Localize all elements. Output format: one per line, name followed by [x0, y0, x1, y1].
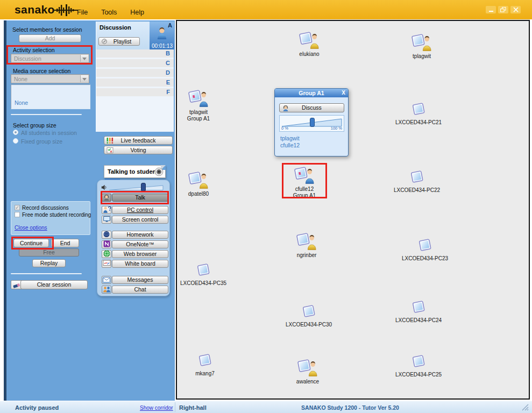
student-icon [188, 99, 209, 109]
media-source-select[interactable]: None [11, 74, 89, 83]
volume-slider-track[interactable] [109, 184, 164, 191]
group-row-a[interactable]: A 00:01:13 [150, 22, 174, 49]
group-balance-slider[interactable]: 0 % 100 % [279, 115, 344, 132]
student-tplagwit[interactable]: tplagwitGroup A1 [166, 89, 231, 122]
student-lxcoed434-pc25[interactable]: LXCOED434-PC25 [386, 353, 451, 378]
screen-control-icon-button[interactable] [102, 216, 111, 224]
student-lxcoed434-pc35[interactable]: LXCOED434-PC35 [171, 262, 236, 287]
group-row-e[interactable]: E [96, 79, 174, 87]
clear-session-button[interactable]: Clear session [20, 280, 88, 289]
group-row-d[interactable]: D [96, 69, 174, 77]
screen-control-button[interactable]: Screen control [112, 216, 168, 224]
free-mode-checkbox[interactable] [15, 212, 20, 217]
close-button[interactable] [510, 6, 521, 13]
continue-button[interactable]: Continue [13, 239, 49, 247]
web-browser-icon-button[interactable] [102, 250, 111, 258]
group-a1-window[interactable]: Group A1 X Discuss 0 % 100 % tplagwit cf… [274, 88, 349, 156]
voting-button[interactable]: Voting [104, 146, 173, 154]
computer-icon [412, 308, 426, 317]
student-name: tplagwit [166, 109, 231, 116]
web-browser-button[interactable]: Web browser [112, 250, 168, 258]
messages-icon-button[interactable] [102, 276, 111, 284]
minimize-button[interactable] [486, 6, 496, 13]
app-version: SANAKO Study 1200 - Tutor Ver 5.20 [176, 404, 524, 411]
student-lxcoed434-pc30[interactable]: LXCOED434-PC30 [276, 303, 341, 328]
group-member-list: tplagwit cfulle12 [280, 135, 300, 149]
student-lxcoed434-pc22[interactable]: LXCOED434-PC22 [385, 169, 449, 194]
group-member[interactable]: tplagwit [280, 135, 300, 142]
waveform-logo-icon [53, 4, 78, 18]
group-window-close-icon[interactable]: X [342, 89, 345, 97]
talking-to-students-label: Talking to students [108, 168, 161, 175]
student-tplagwit[interactable]: tplagwit [389, 33, 454, 60]
group-discuss-label: Discuss [302, 104, 322, 111]
menu-tools[interactable]: Tools [101, 9, 117, 16]
group-window-title[interactable]: Group A1 [275, 89, 348, 97]
voting-label: Voting [130, 147, 146, 153]
title-bar: sanako FileToolsHelp [0, 0, 532, 19]
group-member[interactable]: cfulle12 [280, 142, 300, 149]
group-slider-thumb[interactable] [310, 118, 315, 127]
messages-button[interactable]: Messages [112, 276, 168, 284]
volume-slider-thumb[interactable] [141, 183, 146, 191]
group-row-c[interactable]: C [96, 59, 174, 67]
add-button[interactable]: Add [19, 34, 81, 42]
replay-button[interactable]: Replay [32, 259, 66, 267]
select-members-label: Select members for session [12, 26, 82, 33]
show-corridor-link[interactable]: Show corridor [140, 405, 173, 411]
homework-icon [103, 230, 110, 240]
minimize-icon [488, 8, 494, 12]
white-board-button[interactable]: White board [112, 260, 168, 268]
onenote-button[interactable]: OneNote™ [112, 240, 168, 248]
close-options-link[interactable]: Close options [15, 225, 47, 231]
pc-control-button[interactable]: PC control [112, 206, 168, 214]
student-awalence[interactable]: awalence [275, 358, 340, 385]
computer-icon [412, 362, 426, 371]
student-dpatel80[interactable]: dpatel80 [166, 170, 231, 197]
activity-select[interactable]: Discussion [11, 54, 89, 63]
radio-fixed-group[interactable] [13, 138, 18, 144]
student-lxcoed434-pc21[interactable]: LXCOED434-PC21 [386, 101, 451, 126]
student-elukiano[interactable]: elukiano [277, 31, 342, 58]
group-discuss-button[interactable]: Discuss [279, 103, 344, 112]
live-feedback-button[interactable]: Live feedback [104, 136, 173, 145]
student-mkang7[interactable]: mkang7 [173, 352, 237, 377]
homework-icon-button[interactable] [102, 231, 111, 239]
free-button[interactable]: Free [19, 248, 79, 257]
media-file-name: None [15, 99, 28, 106]
divider [11, 114, 82, 115]
student-lxcoed434-pc23[interactable]: LXCOED434-PC23 [393, 237, 457, 262]
student-ngrinber[interactable]: ngrinber [274, 232, 339, 259]
menu-file[interactable]: File [77, 9, 88, 16]
student-cfulle12[interactable]: cfulle12Group A1 [272, 166, 337, 199]
radio-all-students[interactable] [13, 130, 18, 135]
computer-icon [198, 361, 212, 370]
chat-icon-button[interactable] [102, 286, 111, 294]
pc-control-icon-button[interactable] [102, 206, 111, 214]
restore-icon [500, 7, 506, 12]
talk-button[interactable]: Talk [112, 194, 168, 202]
student-lxcoed434-pc24[interactable]: LXCOED434-PC24 [386, 299, 451, 324]
menu-bar: FileToolsHelp [77, 9, 144, 16]
chevron-down-icon[interactable] [80, 75, 88, 82]
slider-max-label: 100 % [331, 126, 342, 131]
homework-button[interactable]: Homework [112, 231, 168, 239]
restore-button[interactable] [498, 6, 508, 13]
end-button[interactable]: End [51, 239, 79, 247]
chat-button[interactable]: Chat [112, 286, 168, 294]
media-file-box[interactable]: None [11, 84, 90, 109]
group-row-b[interactable]: B [96, 49, 174, 58]
radio-all-students-label: All students in session [21, 130, 77, 136]
student-icon [299, 41, 320, 51]
chevron-down-icon[interactable] [80, 55, 88, 62]
menu-help[interactable]: Help [130, 9, 144, 16]
onenote-icon-button[interactable] [102, 240, 111, 248]
eraser-icon [12, 281, 21, 289]
resize-grip-icon[interactable] [522, 404, 529, 411]
white-board-icon-button[interactable] [102, 260, 111, 268]
playlist-button[interactable]: Playlist [98, 37, 140, 46]
status-bar: Activity paused Show corridor Right-hall… [0, 401, 532, 413]
group-row-f[interactable]: F [96, 88, 174, 96]
talk-icon-button[interactable] [102, 194, 111, 202]
record-discussions-checkbox[interactable]: ✓ [15, 205, 20, 210]
